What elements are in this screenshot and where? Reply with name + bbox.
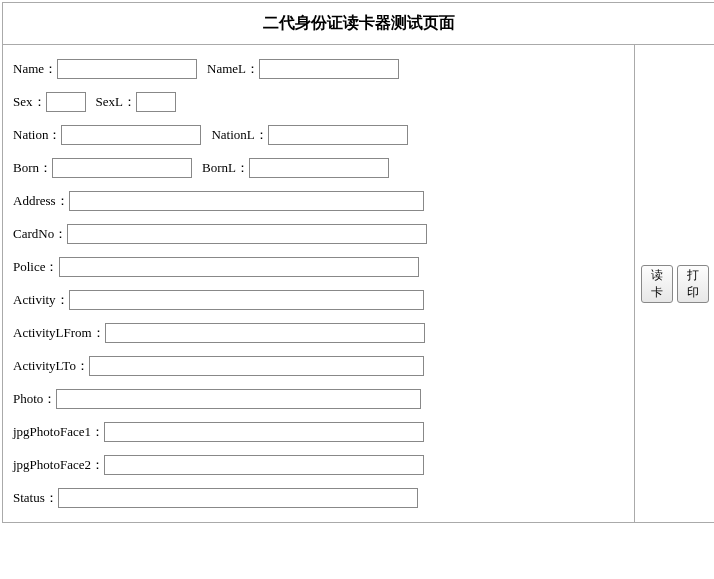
input-photo[interactable] <box>56 389 421 409</box>
input-jpgPhotoFace2[interactable] <box>104 455 424 475</box>
input-activity[interactable] <box>69 290 424 310</box>
input-activityLTo[interactable] <box>89 356 424 376</box>
page-container: 二代身份证读卡器测试页面 Name： NameL： Sex： SexL： Nat… <box>2 2 714 523</box>
label-jpgPhotoFace1: jpgPhotoFace1： <box>13 423 104 441</box>
input-police[interactable] <box>59 257 419 277</box>
row-activityLTo: ActivityLTo： <box>13 356 624 376</box>
side-panel: 读卡 打印 <box>635 45 714 522</box>
label-activityLTo: ActivityLTo： <box>13 357 89 375</box>
input-address[interactable] <box>69 191 424 211</box>
label-address: Address： <box>13 192 69 210</box>
input-name[interactable] <box>57 59 197 79</box>
input-sex[interactable] <box>46 92 86 112</box>
label-nation: Nation： <box>13 126 61 144</box>
row-photo: Photo： <box>13 389 624 409</box>
row-jpgPhotoFace2: jpgPhotoFace2： <box>13 455 624 475</box>
input-jpgPhotoFace1[interactable] <box>104 422 424 442</box>
label-activityLFrom: ActivityLFrom： <box>13 324 105 342</box>
row-nation: Nation： NationL： <box>13 125 624 145</box>
input-activityLFrom[interactable] <box>105 323 425 343</box>
row-police: Police： <box>13 257 624 277</box>
input-nation[interactable] <box>61 125 201 145</box>
label-photo: Photo： <box>13 390 56 408</box>
page-title: 二代身份证读卡器测试页面 <box>3 3 714 45</box>
read-card-button[interactable]: 读卡 <box>641 265 673 303</box>
row-status: Status： <box>13 488 624 508</box>
row-sex: Sex： SexL： <box>13 92 624 112</box>
row-name: Name： NameL： <box>13 59 624 79</box>
label-bornL: BornL： <box>202 159 249 177</box>
input-bornL[interactable] <box>249 158 389 178</box>
label-police: Police： <box>13 258 59 276</box>
label-activity: Activity： <box>13 291 69 309</box>
label-nameL: NameL： <box>207 60 259 78</box>
input-cardNo[interactable] <box>67 224 427 244</box>
row-jpgPhotoFace1: jpgPhotoFace1： <box>13 422 624 442</box>
label-name: Name： <box>13 60 57 78</box>
content-row: Name： NameL： Sex： SexL： Nation： NationL： <box>3 45 714 522</box>
row-activityLFrom: ActivityLFrom： <box>13 323 624 343</box>
label-sex: Sex： <box>13 93 46 111</box>
print-button[interactable]: 打印 <box>677 265 709 303</box>
label-nationL: NationL： <box>211 126 267 144</box>
input-nameL[interactable] <box>259 59 399 79</box>
label-cardNo: CardNo： <box>13 225 67 243</box>
input-sexL[interactable] <box>136 92 176 112</box>
row-activity: Activity： <box>13 290 624 310</box>
label-sexL: SexL： <box>96 93 136 111</box>
label-jpgPhotoFace2: jpgPhotoFace2： <box>13 456 104 474</box>
input-born[interactable] <box>52 158 192 178</box>
row-cardno: CardNo： <box>13 224 624 244</box>
label-status: Status： <box>13 489 58 507</box>
row-born: Born： BornL： <box>13 158 624 178</box>
input-status[interactable] <box>58 488 418 508</box>
label-born: Born： <box>13 159 52 177</box>
input-nationL[interactable] <box>268 125 408 145</box>
form-panel: Name： NameL： Sex： SexL： Nation： NationL： <box>3 45 635 522</box>
row-address: Address： <box>13 191 624 211</box>
